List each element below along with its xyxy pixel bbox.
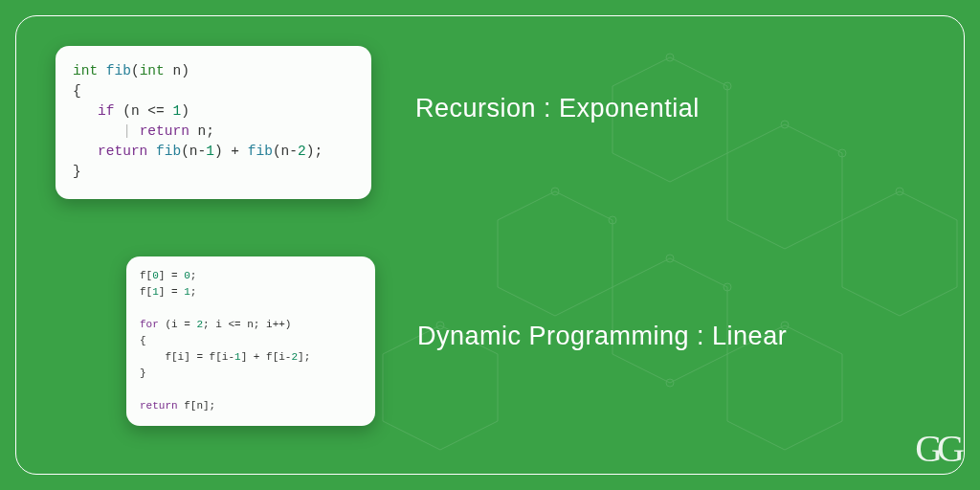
code-token: ;	[190, 286, 197, 298]
code-token	[140, 302, 146, 314]
code-token: 1	[152, 286, 159, 298]
site-logo: GG	[915, 426, 959, 471]
code-token: ; i <= n; i++)	[203, 319, 291, 330]
code-token: int	[73, 63, 98, 78]
label-recursion: Recursion : Exponential	[415, 94, 700, 123]
code-token: 0	[184, 270, 190, 281]
code-token	[140, 351, 165, 363]
code-token: f[	[140, 286, 152, 298]
code-token: f[i] = f[i-	[165, 351, 234, 363]
code-card-dp: f[0] = 0; f[1] = 1; for (i = 2; i <= n; …	[126, 256, 375, 426]
code-token	[73, 103, 98, 119]
code-token: ] + f[i-	[241, 351, 292, 363]
code-token: (n-	[181, 144, 206, 159]
code-token: );	[306, 144, 323, 159]
code-card-recursion: int fib(int n) { if (n <= 1) | return n;…	[56, 46, 371, 199]
code-token: 1	[206, 144, 214, 159]
label-dp: Dynamic Programming : Linear	[417, 322, 787, 351]
code-token: n)	[165, 63, 189, 78]
code-token: if	[98, 103, 114, 119]
code-token: fib	[106, 63, 131, 78]
code-token: )	[181, 103, 189, 119]
code-token: }	[73, 164, 81, 179]
code-token: for	[140, 319, 159, 330]
code-token: (n-	[273, 144, 298, 159]
code-token: ) +	[214, 144, 248, 159]
code-token: (i =	[159, 319, 197, 330]
code-token: fib	[248, 144, 273, 159]
code-token: return	[140, 400, 178, 412]
code-token: ] =	[159, 270, 184, 281]
code-token: }	[140, 368, 146, 379]
code-token: fib	[156, 144, 181, 159]
code-token: return	[140, 123, 189, 139]
code-token	[73, 144, 98, 159]
code-token: {	[140, 335, 146, 346]
code-token: f[n];	[178, 400, 216, 412]
code-token: 1	[184, 286, 190, 298]
code-token: ] =	[159, 286, 184, 298]
code-token: |	[122, 123, 139, 139]
code-token: 1	[172, 103, 181, 119]
code-token: 2	[298, 144, 306, 159]
code-token: ];	[298, 351, 310, 363]
code-token: int	[140, 63, 165, 78]
code-token: (	[131, 63, 140, 78]
code-token: 0	[152, 270, 159, 281]
code-token	[140, 384, 146, 395]
code-token: ;	[190, 270, 197, 281]
code-token: n;	[189, 123, 214, 139]
code-token	[73, 123, 122, 139]
code-token	[147, 144, 156, 159]
code-token: (n <=	[115, 103, 173, 119]
code-token: 1	[234, 351, 241, 363]
code-token: f[	[140, 270, 152, 281]
code-token: return	[98, 144, 147, 159]
code-token: {	[73, 83, 81, 99]
